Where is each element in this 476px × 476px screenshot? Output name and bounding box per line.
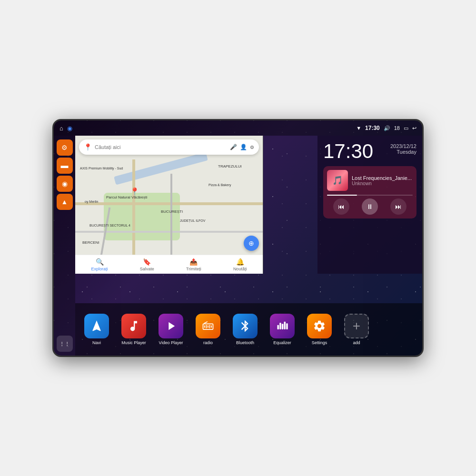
clock-widget: 17:30 2023/12/12 Tuesday bbox=[323, 141, 416, 161]
app-radio[interactable]: radio bbox=[191, 314, 225, 346]
google-maps-icon: 📍 bbox=[84, 143, 92, 151]
sidebar-files-btn[interactable]: ▬ bbox=[57, 158, 73, 174]
map-nav-saved[interactable]: 🔖 Salvate bbox=[140, 258, 154, 271]
app-navi[interactable]: Navi bbox=[80, 314, 113, 346]
sidebar-apps-btn[interactable]: ⋮⋮ bbox=[57, 336, 73, 352]
equalizer-icon bbox=[270, 314, 295, 338]
wifi-icon: ▼ bbox=[356, 125, 361, 131]
app-settings[interactable]: Settings bbox=[303, 314, 336, 346]
album-art: 🎵 bbox=[327, 170, 348, 191]
app-bluetooth[interactable]: Bluetooth bbox=[228, 314, 262, 346]
map-bottom-nav: 🔍 Explorați 🔖 Salvate 📤 Trimiteți 🔔 Nout… bbox=[75, 255, 263, 274]
svg-rect-8 bbox=[279, 323, 281, 329]
map-container[interactable]: Parcul Natural Văcărești BUCUREȘTI BUCUR… bbox=[75, 136, 263, 274]
battery-icon: ▭ bbox=[404, 125, 408, 131]
map-nav-send[interactable]: 📤 Trimiteți bbox=[186, 258, 201, 271]
navi-label: Navi bbox=[92, 340, 101, 346]
device: ⌂ ◉ ▼ 17:30 🔊 18 ▭ ↩ ⚙ ▬ ◉ ▲ ⋮⋮ bbox=[52, 119, 424, 357]
add-icon: + bbox=[344, 314, 369, 338]
map-locate-btn[interactable]: ⊕ bbox=[244, 236, 259, 251]
music-player-label: Music Player bbox=[121, 340, 146, 346]
svg-rect-10 bbox=[284, 321, 286, 329]
navi-icon bbox=[84, 314, 109, 338]
map-search-bar[interactable]: 📍 🎤 👤 ⚙ bbox=[79, 139, 259, 155]
svg-rect-9 bbox=[282, 324, 284, 329]
sidebar: ⚙ ▬ ◉ ▲ ⋮⋮ bbox=[54, 136, 75, 356]
sidebar-settings-btn[interactable]: ⚙ bbox=[57, 139, 73, 156]
status-bar: ⌂ ◉ ▼ 17:30 🔊 18 ▭ ↩ bbox=[54, 120, 422, 136]
app-equalizer[interactable]: Equalizer bbox=[266, 314, 299, 346]
right-panel: 17:30 2023/12/12 Tuesday 🎵 Lost Frequenc… bbox=[317, 136, 422, 274]
sidebar-navi-btn[interactable]: ▲ bbox=[57, 194, 73, 210]
music-title: Lost Frequencies_Janie... bbox=[352, 175, 413, 181]
map-nav-explore[interactable]: 🔍 Explorați bbox=[91, 258, 108, 271]
volume-icon: 🔊 bbox=[384, 125, 390, 131]
prev-button[interactable]: ⏮ bbox=[333, 198, 349, 215]
sidebar-location-btn[interactable]: ◉ bbox=[57, 176, 73, 192]
next-button[interactable]: ⏭ bbox=[390, 198, 407, 215]
radio-icon bbox=[196, 314, 220, 338]
bluetooth-label: Bluetooth bbox=[236, 340, 254, 346]
battery-level: 18 bbox=[394, 125, 400, 131]
app-music-player[interactable]: Music Player bbox=[117, 314, 150, 346]
video-player-label: Video Player bbox=[159, 340, 183, 346]
video-player-icon bbox=[159, 314, 183, 338]
screen: ⌂ ◉ ▼ 17:30 🔊 18 ▭ ↩ ⚙ ▬ ◉ ▲ ⋮⋮ bbox=[54, 120, 422, 356]
music-controls: ⏮ ⏸ ⏭ bbox=[327, 198, 413, 215]
clock-time: 17:30 bbox=[323, 141, 373, 161]
home-icon[interactable]: ⌂ bbox=[60, 125, 63, 132]
settings-icon bbox=[307, 314, 332, 338]
music-progress-bar bbox=[327, 195, 413, 196]
settings-label: Settings bbox=[312, 340, 327, 346]
svg-rect-11 bbox=[286, 323, 288, 329]
maps-icon[interactable]: ◉ bbox=[67, 125, 72, 132]
equalizer-label: Equalizer bbox=[273, 340, 291, 346]
more-icon[interactable]: ⚙ bbox=[250, 145, 254, 150]
clock-date: 2023/12/12 bbox=[390, 143, 416, 149]
app-video-player[interactable]: Video Player bbox=[154, 314, 188, 346]
music-player-icon bbox=[121, 314, 146, 338]
radio-label: radio bbox=[203, 340, 213, 346]
app-drawer: Navi Music Player Video Player bbox=[75, 303, 422, 356]
svg-rect-7 bbox=[278, 325, 279, 329]
pause-button[interactable]: ⏸ bbox=[362, 198, 378, 215]
park-pin: 📍 bbox=[130, 187, 139, 196]
bluetooth-icon bbox=[233, 314, 258, 338]
music-widget: 🎵 Lost Frequencies_Janie... Unknown ⏮ ⏸ … bbox=[323, 166, 416, 218]
add-label: add bbox=[353, 340, 360, 346]
map-search-input[interactable] bbox=[95, 144, 227, 150]
map-nav-news[interactable]: 🔔 Noutăți bbox=[233, 258, 247, 271]
app-add[interactable]: + add bbox=[340, 314, 373, 346]
clock-day: Tuesday bbox=[390, 149, 416, 155]
back-icon[interactable]: ↩ bbox=[412, 125, 416, 131]
voice-search-icon[interactable]: 🎤 bbox=[230, 144, 237, 150]
music-artist: Unknown bbox=[352, 181, 413, 186]
svg-line-6 bbox=[204, 321, 208, 323]
account-icon[interactable]: 👤 bbox=[240, 144, 247, 150]
music-progress-fill bbox=[327, 195, 357, 196]
status-time: 17:30 bbox=[365, 125, 380, 131]
